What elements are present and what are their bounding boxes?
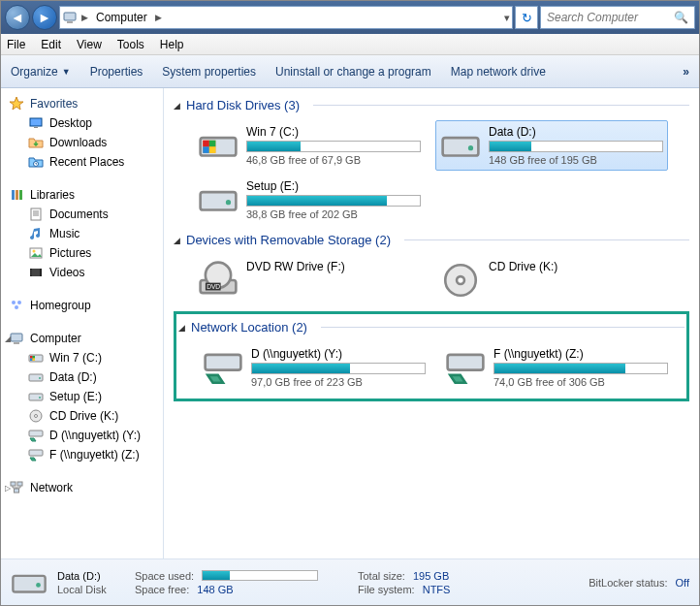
document-icon — [28, 207, 44, 222]
bitlocker-val: Off — [676, 577, 689, 589]
space-free-val: 148 GB — [197, 584, 233, 595]
system-properties-button[interactable]: System properties — [162, 65, 256, 79]
total-size-val: 195 GB — [413, 570, 449, 582]
drive-name: F (\\nguyetkt) (Z:) — [493, 347, 668, 361]
system-drive-icon — [28, 350, 44, 366]
usage-bar — [246, 195, 421, 207]
usage-bar — [489, 141, 663, 152]
system-drive-icon — [198, 125, 239, 166]
network-header[interactable]: ▷Network — [1, 478, 163, 497]
favorites-header[interactable]: Favorites — [1, 94, 163, 113]
drive-icon — [11, 564, 48, 601]
dvd-icon — [198, 260, 239, 301]
drive-d[interactable]: Data (D:) 148 GB free of 195 GB — [435, 120, 668, 171]
usage-text: 148 GB free of 195 GB — [489, 154, 663, 166]
music-icon — [28, 226, 44, 241]
filesystem-label: File system: — [358, 584, 415, 595]
computer-header[interactable]: ◢Computer — [1, 329, 163, 348]
drive-c[interactable]: Win 7 (C:) 46,8 GB free of 67,9 GB — [193, 120, 426, 171]
collapse-icon: ◢ — [178, 323, 185, 333]
sidebar-item-drive-z[interactable]: F (\\nguyetkt) (Z:) — [1, 445, 163, 464]
menu-bar: File Edit View Tools Help — [1, 34, 699, 55]
sidebar-item-downloads[interactable]: Downloads — [1, 133, 163, 152]
chevron-right-icon[interactable]: ▶ — [155, 13, 162, 22]
sidebar-item-documents[interactable]: Documents — [1, 205, 163, 224]
sidebar-item-drive-c[interactable]: Win 7 (C:) — [1, 348, 163, 367]
sidebar-item-music[interactable]: Music — [1, 224, 163, 243]
usage-text: 38,8 GB free of 202 GB — [246, 208, 421, 220]
filesystem-val: NTFS — [423, 584, 451, 595]
cd-icon — [28, 408, 44, 424]
expand-icon[interactable]: ▷ — [5, 484, 11, 493]
total-size-label: Total size: — [358, 570, 405, 582]
usage-text: 74,0 GB free of 306 GB — [493, 376, 668, 388]
usage-text: 97,0 GB free of 223 GB — [251, 376, 426, 388]
drive-name: Win 7 (C:) — [246, 125, 421, 139]
homegroup-icon — [9, 298, 24, 313]
drive-icon — [28, 389, 44, 404]
navigation-bar: ◄ ► ▶ Computer ▶ ▾ ↻ 🔍 — [1, 1, 699, 34]
breadcrumb-item[interactable]: Computer — [92, 11, 151, 24]
drive-name: CD Drive (K:) — [489, 260, 663, 273]
status-name: Data (D:) — [57, 570, 125, 582]
map-drive-button[interactable]: Map network drive — [451, 65, 546, 79]
drive-e[interactable]: Setup (E:) 38,8 GB free of 202 GB — [193, 175, 426, 225]
menu-file[interactable]: File — [7, 38, 25, 51]
recent-icon — [28, 154, 44, 170]
network-drive-icon — [28, 428, 44, 443]
menu-view[interactable]: View — [77, 38, 102, 51]
navigation-pane: Favorites Desktop Downloads Recent Place… — [1, 88, 164, 558]
homegroup-header[interactable]: Homegroup — [1, 296, 163, 315]
network-drive-icon — [203, 347, 243, 388]
toolbar: Organize▼ Properties System properties U… — [1, 55, 699, 88]
search-box[interactable]: 🔍 — [540, 6, 695, 29]
chevron-right-icon[interactable]: ▶ — [81, 13, 88, 22]
sidebar-item-videos[interactable]: Videos — [1, 263, 163, 282]
forward-button[interactable]: ► — [32, 5, 57, 30]
drive-name: D (\\nguyetkt) (Y:) — [251, 347, 426, 361]
network-drive-icon — [28, 447, 44, 462]
video-icon — [28, 265, 44, 280]
dropdown-icon[interactable]: ▾ — [504, 12, 510, 24]
section-hdd[interactable]: ◢Hard Disk Drives (3) — [174, 94, 689, 116]
desktop-icon — [28, 115, 44, 131]
usage-bar — [251, 363, 426, 374]
back-button[interactable]: ◄ — [5, 5, 30, 30]
drive-net-y[interactable]: D (\\nguyetkt) (Y:) 97,0 GB free of 223 … — [198, 342, 430, 393]
sidebar-item-drive-k[interactable]: CD Drive (K:) — [1, 406, 163, 426]
sidebar-item-recent[interactable]: Recent Places — [1, 152, 163, 172]
usage-text: 46,8 GB free of 67,9 GB — [246, 154, 421, 166]
libraries-group: Libraries Documents Music Pictures Video… — [1, 185, 163, 282]
sidebar-item-drive-e[interactable]: Setup (E:) — [1, 387, 163, 406]
drive-dvd-f[interactable]: DVD RW Drive (F:) — [193, 255, 426, 305]
drive-net-z[interactable]: F (\\nguyetkt) (Z:) 74,0 GB free of 306 … — [440, 342, 673, 393]
more-button[interactable]: » — [683, 65, 689, 79]
highlight-annotation: ◢Network Location (2) D (\\nguyetkt) (Y:… — [174, 311, 689, 401]
menu-help[interactable]: Help — [160, 38, 184, 51]
drive-cd-k[interactable]: CD Drive (K:) — [435, 255, 668, 305]
star-icon — [9, 96, 24, 112]
organize-button[interactable]: Organize▼ — [11, 65, 71, 79]
uninstall-button[interactable]: Uninstall or change a program — [275, 65, 431, 79]
properties-button[interactable]: Properties — [90, 65, 143, 79]
libraries-header[interactable]: Libraries — [1, 185, 163, 205]
sidebar-item-drive-d[interactable]: Data (D:) — [1, 367, 163, 387]
breadcrumb[interactable]: ▶ Computer ▶ ▾ — [59, 6, 513, 29]
refresh-button[interactable]: ↻ — [515, 6, 538, 29]
sidebar-item-desktop[interactable]: Desktop — [1, 113, 163, 133]
details-pane: Data (D:) Local Disk Space used: Space f… — [1, 558, 699, 605]
network-icon — [9, 480, 24, 495]
chevron-down-icon: ▼ — [62, 67, 71, 77]
picture-icon — [28, 245, 44, 261]
menu-tools[interactable]: Tools — [117, 38, 144, 51]
menu-edit[interactable]: Edit — [41, 38, 61, 51]
search-input[interactable] — [547, 11, 674, 24]
sidebar-item-drive-y[interactable]: D (\\nguyetkt) (Y:) — [1, 426, 163, 445]
expand-icon[interactable]: ◢ — [5, 335, 11, 343]
library-icon — [9, 187, 24, 203]
sidebar-item-pictures[interactable]: Pictures — [1, 243, 163, 263]
search-icon: 🔍 — [674, 11, 688, 24]
space-used-label: Space used: — [135, 570, 194, 582]
section-network[interactable]: ◢Network Location (2) — [178, 316, 684, 338]
section-removable[interactable]: ◢Devices with Removable Storage (2) — [174, 229, 689, 251]
